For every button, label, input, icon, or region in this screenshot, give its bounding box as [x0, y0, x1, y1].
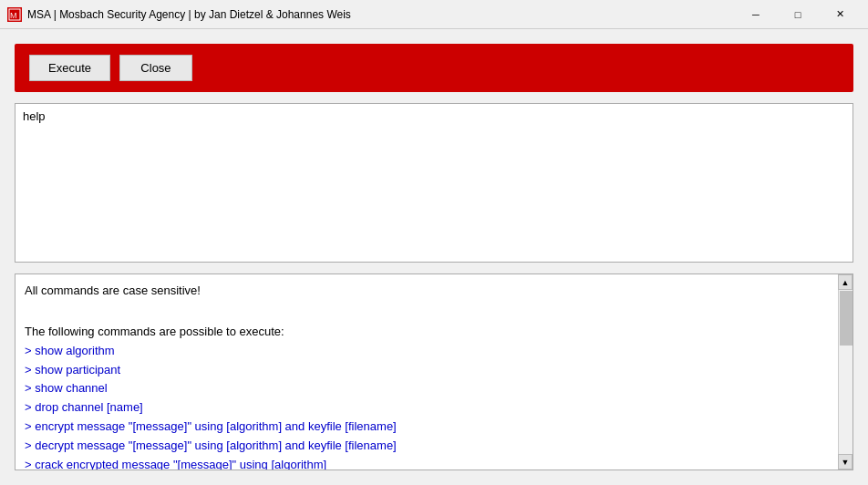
close-window-button[interactable]: ✕ [819, 0, 861, 29]
commands-list: The following commands are possible to e… [25, 323, 829, 470]
execute-button[interactable]: Execute [29, 55, 110, 81]
minimize-button[interactable]: ─ [735, 0, 777, 29]
command-item-7: > crack encrypted message "[message]" us… [25, 456, 829, 470]
title-bar: M MSA | Mosbach Security Agency | by Jan… [0, 0, 868, 29]
command-item-6: > decrypt message "[message]" using [alg… [25, 437, 829, 456]
commands-intro: The following commands are possible to e… [25, 323, 829, 342]
output-area: All commands are case sensitive! The fol… [16, 274, 838, 470]
maximize-button[interactable]: □ [777, 0, 819, 29]
scrollbar-thumb[interactable] [840, 291, 852, 346]
scrollbar-arrow-down[interactable]: ▼ [838, 454, 852, 470]
close-button[interactable]: Close [119, 55, 192, 81]
scrollbar-track[interactable]: ▲ ▼ [838, 274, 852, 470]
title-bar-left: M MSA | Mosbach Security Agency | by Jan… [7, 7, 351, 22]
app-icon: M [7, 7, 22, 22]
main-content: Execute Close help All commands are case… [0, 29, 868, 485]
command-item-2: > show participant [25, 361, 829, 380]
scrollbar-arrow-up[interactable]: ▲ [838, 274, 852, 290]
case-sensitive-note: All commands are case sensitive! [25, 282, 829, 300]
toolbar: Execute Close [15, 44, 853, 92]
command-item-3: > show channel [25, 379, 829, 398]
window-title: MSA | Mosbach Security Agency | by Jan D… [27, 8, 351, 21]
window-controls: ─ □ ✕ [735, 0, 861, 29]
command-item-1: > show algorithm [25, 342, 829, 361]
command-input[interactable]: help [15, 103, 853, 263]
command-item-5: > encrypt message "[message]" using [alg… [25, 418, 829, 437]
svg-text:M: M [10, 11, 17, 20]
command-item-4: > drop channel [name] [25, 398, 829, 418]
output-wrapper: All commands are case sensitive! The fol… [15, 273, 853, 470]
